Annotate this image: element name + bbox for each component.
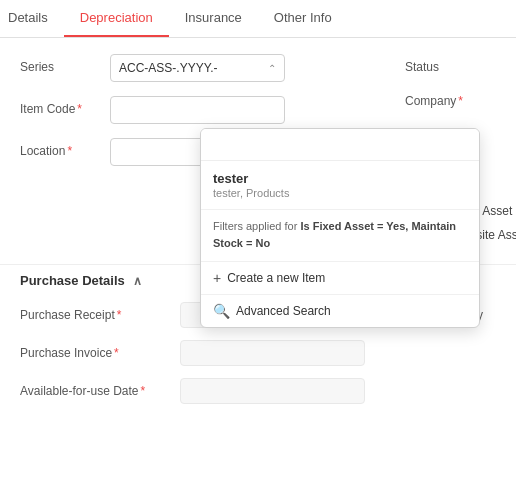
- location-label: Location*: [20, 138, 110, 158]
- tab-other-info[interactable]: Other Info: [258, 0, 348, 37]
- series-label: Series: [20, 54, 110, 74]
- purchase-receipt-label: Purchase Receipt*: [20, 308, 180, 322]
- series-select[interactable]: ACC-ASS-.YYYY.- ⌃: [110, 54, 285, 82]
- item-code-input[interactable]: [110, 96, 285, 124]
- item-code-dropdown: tester tester, Products Filters applied …: [200, 128, 480, 328]
- series-arrow-icon: ⌃: [268, 63, 276, 74]
- tab-insurance[interactable]: Insurance: [169, 0, 258, 37]
- plus-icon: +: [213, 270, 221, 286]
- dropdown-filter-note: Filters applied for Is Fixed Asset = Yes…: [201, 210, 479, 262]
- create-label: Create a new Item: [227, 271, 325, 285]
- tab-details[interactable]: Details: [0, 0, 64, 37]
- form-columns: Series ACC-ASS-.YYYY.- ⌃ Item Code*: [20, 54, 496, 252]
- item-code-label: Item Code*: [20, 96, 110, 116]
- dropdown-result-sub: tester, Products: [213, 187, 467, 199]
- search-icon: 🔍: [213, 303, 230, 319]
- available-date-label: Available-for-use Date*: [20, 384, 180, 398]
- item-code-field: tester tester, Products Filters applied …: [110, 96, 395, 124]
- dropdown-result-name: tester: [213, 171, 467, 186]
- main-content: Series ACC-ASS-.YYYY.- ⌃ Item Code*: [0, 38, 516, 432]
- series-field: ACC-ASS-.YYYY.- ⌃: [110, 54, 395, 82]
- company-label: Company*: [405, 88, 516, 108]
- form-section: Series ACC-ASS-.YYYY.- ⌃ Item Code*: [0, 38, 516, 260]
- tab-bar: Details Depreciation Insurance Other Inf…: [0, 0, 516, 38]
- status-label: Status: [405, 54, 516, 74]
- dropdown-advanced-search[interactable]: 🔍 Advanced Search: [201, 294, 479, 327]
- left-column: Series ACC-ASS-.YYYY.- ⌃ Item Code*: [20, 54, 395, 252]
- purchase-invoice-label: Purchase Invoice*: [20, 346, 180, 360]
- series-row: Series ACC-ASS-.YYYY.- ⌃: [20, 54, 395, 82]
- chevron-up-icon: ∧: [133, 274, 142, 288]
- filter-text: Is Fixed Asset = Yes, Maintain Stock = N…: [213, 220, 456, 249]
- dropdown-result-item[interactable]: tester tester, Products: [201, 161, 479, 210]
- purchase-section-title: Purchase Details: [20, 273, 125, 288]
- company-row: Company* Ra: [405, 88, 516, 108]
- dropdown-search-input[interactable]: [201, 129, 479, 161]
- purchase-invoice-row: Purchase Invoice*: [20, 340, 395, 366]
- tab-depreciation[interactable]: Depreciation: [64, 0, 169, 37]
- available-date-row: Available-for-use Date*: [20, 378, 395, 404]
- dropdown-create-item[interactable]: + Create a new Item: [201, 262, 479, 294]
- advanced-search-label: Advanced Search: [236, 304, 331, 318]
- status-row: Status Dra: [405, 54, 516, 74]
- purchase-invoice-input[interactable]: [180, 340, 365, 366]
- item-code-row: Item Code* tester tester, Products: [20, 96, 395, 124]
- available-date-input[interactable]: [180, 378, 365, 404]
- series-value: ACC-ASS-.YYYY.-: [119, 61, 217, 75]
